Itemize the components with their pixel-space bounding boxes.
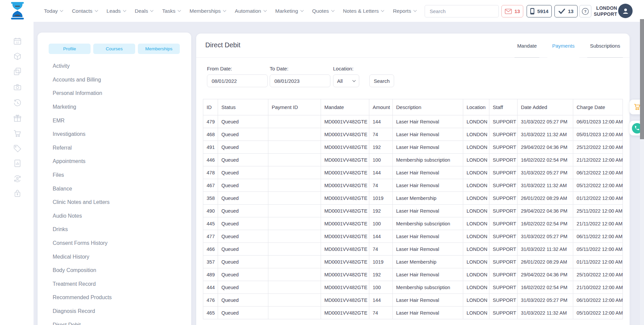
tab-courses[interactable]: Courses — [93, 44, 135, 54]
direct-debit-panel: Direct Debit MandatePaymentsSubscription… — [196, 34, 630, 325]
nav-item-tasks[interactable]: Tasks — [162, 8, 180, 14]
gift-icon[interactable] — [13, 114, 22, 123]
help-button[interactable]: ? — [579, 5, 591, 17]
sidebar-item-treatment-record[interactable]: Treatment Record — [53, 277, 186, 291]
cell-location: LONDON — [463, 179, 489, 192]
avatar[interactable] — [618, 4, 633, 18]
cell-amount: 192 — [369, 141, 393, 154]
cell-staff: SUPPORT — [489, 128, 518, 141]
column-header-date-added: Date Added — [518, 99, 573, 115]
sidebar-item-recommended-products[interactable]: Recommended Products — [53, 291, 186, 305]
tab-payments[interactable]: Payments — [552, 34, 575, 58]
cell-mandate: MD0001VV482GTE — [321, 243, 369, 256]
sidebar-item-audio-notes[interactable]: Audio Notes — [53, 209, 186, 223]
from-date-input[interactable] — [207, 74, 268, 87]
copy-icon[interactable] — [13, 67, 22, 76]
sidebar-item-balance[interactable]: Balance — [53, 182, 186, 196]
cell-staff: SUPPORT — [489, 307, 518, 319]
cell-charge-date: 25/11/2022 12:00 AM — [573, 205, 623, 217]
cell-mandate: MD0001VV482GTE — [321, 154, 369, 166]
cell-payment-id — [268, 205, 321, 217]
chevron-down-icon — [300, 8, 304, 12]
checkmark-icon — [558, 8, 565, 14]
app-logo-icon[interactable] — [9, 2, 25, 20]
tab-subscriptions[interactable]: Subscriptions — [590, 34, 620, 58]
nav-item-reports[interactable]: Reports — [393, 8, 416, 14]
cell-amount: 74 — [369, 128, 393, 141]
nav-item-label: Tasks — [162, 8, 175, 14]
cell-date-added: 31/03/2022 05:27 PM — [518, 230, 573, 243]
scrollbar-thumb[interactable] — [640, 19, 644, 139]
sidebar-item-accounts-and-billing[interactable]: Accounts and Billing — [53, 73, 186, 87]
cell-date-added: 29/04/2022 04:36 PM — [518, 268, 573, 281]
cell-id: 466 — [203, 243, 218, 256]
email-notifications-badge[interactable]: 13 — [501, 5, 523, 17]
sidebar-item-direct-debit[interactable]: Direct Debit — [53, 318, 186, 325]
nav-item-memberships[interactable]: Memberships — [190, 8, 226, 14]
cell-staff: SUPPORT — [489, 217, 518, 230]
nav-item-deals[interactable]: Deals — [135, 8, 153, 14]
sidebar-item-referral[interactable]: Referral — [53, 141, 186, 155]
cell-amount: 100 — [369, 281, 393, 294]
sidebar-item-appointments[interactable]: Appointments — [53, 155, 186, 168]
filter-search-button[interactable]: Search — [369, 74, 394, 87]
nav-item-leads[interactable]: Leads — [107, 8, 126, 14]
user-sync-icon[interactable] — [13, 174, 22, 183]
sidebar-item-marketing[interactable]: Marketing — [53, 100, 186, 114]
sidebar-item-personal-information[interactable]: Personal Information — [53, 87, 186, 100]
chevron-down-icon — [353, 79, 356, 82]
cell-charge-date: 05/01/2023 12:00 AM — [573, 128, 623, 141]
cell-amount: 74 — [369, 179, 393, 192]
cell-mandate: MD0001VV482GTE — [321, 268, 369, 281]
table-row: 476QueuedMD0001VV482GTE144Laser Hair Rem… — [203, 294, 623, 307]
cell-staff: SUPPORT — [489, 243, 518, 256]
sidebar-item-activity[interactable]: Activity — [53, 59, 186, 73]
tasks-badge[interactable]: 13 — [554, 5, 578, 17]
cell-location: LONDON — [463, 217, 489, 230]
cell-staff: SUPPORT — [489, 154, 518, 166]
nav-item-automation[interactable]: Automation — [235, 8, 266, 14]
search-input[interactable] — [425, 5, 499, 17]
top-nav: TodayContactsLeadsDealsTasksMembershipsA… — [44, 0, 436, 22]
report-icon[interactable] — [13, 159, 22, 168]
sms-notifications-badge[interactable]: 5914 — [527, 5, 552, 17]
sidebar-item-consent-forms-history[interactable]: Consent Forms History — [53, 236, 186, 250]
cart-icon[interactable] — [13, 129, 22, 138]
calendar-icon[interactable]: 12 — [13, 37, 22, 46]
sidebar-item-investigations[interactable]: Investigations — [53, 127, 186, 141]
tab-profile[interactable]: Profile — [49, 44, 91, 54]
cell-staff: SUPPORT — [489, 230, 518, 243]
phone-icon — [634, 125, 640, 131]
cell-payment-id — [268, 166, 321, 179]
location-select[interactable]: All — [333, 74, 359, 87]
cell-id: 446 — [203, 154, 218, 166]
price-tag-icon[interactable] — [13, 144, 22, 153]
sidebar-item-body-composition[interactable]: Body Composition — [53, 264, 186, 277]
nav-item-notes-letters[interactable]: Notes & Letters — [343, 8, 384, 14]
sidebar-item-clinic-notes-and-letters[interactable]: Clinic Notes and Letters — [53, 196, 186, 209]
package-icon[interactable] — [13, 52, 22, 61]
sidebar-item-medical-history[interactable]: Medical History — [53, 250, 186, 264]
cell-date-added: 31/03/2022 05:27 PM — [518, 294, 573, 307]
tab-memberships[interactable]: Memberships — [138, 44, 180, 54]
column-header-payment-id: Payment ID — [268, 99, 321, 115]
nav-item-quotes[interactable]: Quotes — [312, 8, 334, 14]
history-icon[interactable] — [13, 99, 22, 107]
table-row: 468QueuedMD0001VV482GTE74Laser Hair Remo… — [203, 128, 623, 141]
to-date-input[interactable] — [270, 74, 330, 87]
nav-item-contacts[interactable]: Contacts — [72, 8, 97, 14]
sidebar-item-files[interactable]: Files — [53, 168, 186, 182]
cell-mandate: MD0001VV482GTE — [321, 256, 369, 268]
cell-payment-id — [268, 243, 321, 256]
camera-icon[interactable] — [13, 83, 22, 92]
cell-charge-date: 21/11/2022 12:00 AM — [573, 217, 623, 230]
cell-charge-date: 25/10/2022 12:00 AM — [573, 268, 623, 281]
sidebar-item-emr[interactable]: EMR — [53, 114, 186, 127]
nav-item-today[interactable]: Today — [44, 8, 63, 14]
direct-debit-tabs: MandatePaymentsSubscriptions — [517, 34, 620, 58]
sidebar-item-drinks[interactable]: Drinks — [53, 223, 186, 236]
nav-item-marketing[interactable]: Marketing — [275, 8, 303, 14]
sidebar-item-diagnosis-record[interactable]: Diagnosis Record — [53, 305, 186, 318]
tab-mandate[interactable]: Mandate — [517, 34, 537, 58]
locker-icon[interactable] — [13, 189, 22, 198]
